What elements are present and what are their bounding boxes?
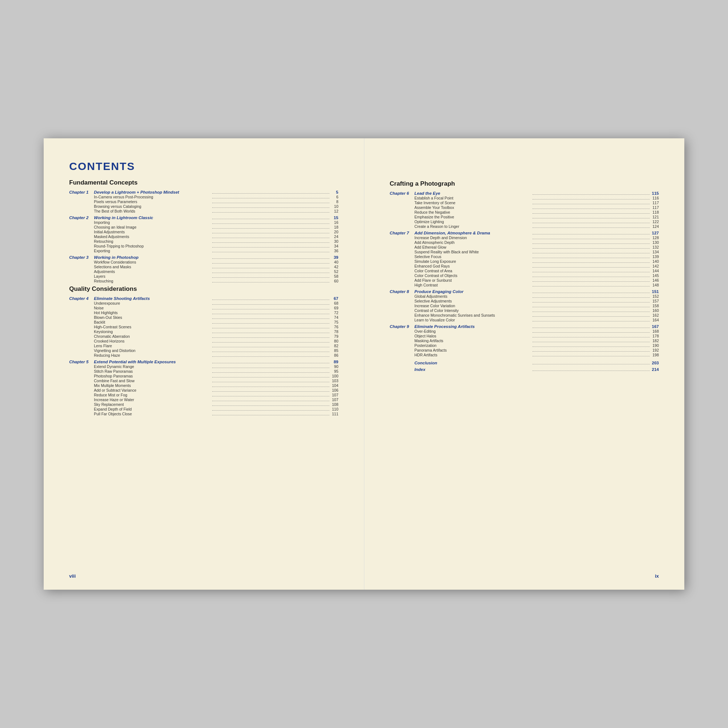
table-row: Combine Fast and Slow 103 (69, 379, 338, 383)
table-row: Browsing versus Cataloging 10 (69, 204, 338, 209)
chapter-2-label: Chapter 2 (69, 216, 94, 220)
chapter-6-title: Lead the Eye (414, 191, 532, 196)
table-row: High Contrast 148 (390, 283, 659, 287)
table-row: Create a Reason to Linger 124 (390, 224, 659, 229)
chapter-6-block: Chapter 6 Lead the Eye 115 Establish a F… (390, 191, 659, 229)
table-row: Photoshop Panoramas 100 (69, 374, 338, 378)
section-heading-fundamental: Fundamental Concepts (69, 179, 338, 187)
table-row: Increase Haze or Water 107 (69, 398, 338, 402)
table-row: Round-Tripping to Photoshop 34 (69, 244, 338, 248)
table-row: Selections and Masks 42 (69, 265, 338, 269)
table-row: Exporting 36 (69, 249, 338, 253)
chapter-1-entry: Chapter 1 Develop a Lightroom + Photosho… (69, 190, 338, 194)
table-row: Choosing an Ideal Image 18 (69, 225, 338, 229)
chapter-1-block: Chapter 1 Develop a Lightroom + Photosho… (69, 190, 338, 213)
table-row: Stitch Raw Panoramas 95 (69, 369, 338, 373)
table-row: Masking Artifacts 182 (390, 338, 659, 343)
conclusion-entry: Conclusion 203 (390, 361, 659, 365)
chapter-7-block: Chapter 7 Add Dimension, Atmosphere & Dr… (390, 231, 659, 287)
table-row: Retouching 30 (69, 239, 338, 243)
chapter-6-label: Chapter 6 (390, 191, 414, 196)
table-row: Add Atmospheric Depth 130 (390, 240, 659, 245)
table-row: Retouching 60 (69, 279, 338, 283)
table-row: High-Contrast Scenes 76 (69, 325, 338, 329)
chapter-2-block: Chapter 2 Working in Lightroom Classic 1… (69, 216, 338, 253)
table-row: Simulate Long Exposure 140 (390, 259, 659, 263)
table-row: Object Halos 178 (390, 334, 659, 338)
chapter-8-label: Chapter 8 (390, 289, 414, 294)
chapter-8-page: 151 (651, 289, 659, 294)
chapter-3-title: Working in Photoshop (94, 255, 211, 260)
table-row: Vignetting and Distortion 85 (69, 348, 338, 353)
chapter-9-title: Eliminate Processing Artifacts (414, 324, 532, 329)
chapter-4-entry: Chapter 4 Eliminate Shooting Artifacts 6… (69, 296, 338, 301)
table-row: Pixels versus Parameters 8 (69, 199, 338, 204)
table-row: Selective Adjustments 157 (390, 299, 659, 303)
table-row: Increase Depth and Dimension 128 (390, 236, 659, 240)
chapter-4-block: Chapter 4 Eliminate Shooting Artifacts 6… (69, 296, 338, 358)
table-row: Pull Far Objects Close 111 (69, 412, 338, 416)
table-row: In-Camera versus Post-Processing 6 (69, 195, 338, 199)
index-block: Index 214 (390, 367, 659, 372)
section-heading-quality: Quality Considerations (69, 285, 338, 293)
table-row: Reduce Mist or Fog 107 (69, 393, 338, 397)
table-row: Importing 16 (69, 220, 338, 225)
chapter-3-page: 39 (330, 255, 338, 260)
table-row: Reducing Haze 86 (69, 353, 338, 358)
table-row: Noise 69 (69, 306, 338, 310)
table-row: Assemble Your Toolbox 117 (390, 205, 659, 210)
index-entry: Index 214 (390, 367, 659, 372)
table-row: Suspend Reality with Black and White 134 (390, 250, 659, 254)
chapter-4-label: Chapter 4 (69, 296, 94, 301)
table-row: Mix Multiple Moments 104 (69, 383, 338, 388)
table-row: Initial Adjustments 20 (69, 230, 338, 234)
chapter-9-page: 167 (651, 324, 659, 329)
chapter-5-block: Chapter 5 Extend Potential with Multiple… (69, 359, 338, 416)
contents-title: CONTENTS (69, 160, 338, 173)
table-row: Global Adjustments 152 (390, 294, 659, 298)
table-row: Sky Replacement 108 (69, 402, 338, 407)
conclusion-title: Conclusion (414, 361, 532, 365)
chapter-8-entry: Chapter 8 Produce Engaging Color 151 (390, 289, 659, 294)
table-row: Underexposure 68 (69, 301, 338, 305)
page-number-right: ix (655, 573, 659, 579)
chapter-8-block: Chapter 8 Produce Engaging Color 151 Glo… (390, 289, 659, 322)
chapter-2-title: Working in Lightroom Classic (94, 216, 211, 220)
chapter-1-page: 5 (330, 190, 338, 194)
page-number-left: viii (69, 573, 76, 579)
table-row: Backlit 75 (69, 320, 338, 324)
index-title: Index (414, 367, 532, 372)
chapter-6-entry: Chapter 6 Lead the Eye 115 (390, 191, 659, 196)
conclusion-block: Conclusion 203 (390, 361, 659, 365)
table-row: The Best of Both Worlds 12 (69, 209, 338, 213)
table-row: Enhanced God Rays 142 (390, 264, 659, 268)
section-heading-crafting: Crafting a Photograph (390, 180, 659, 187)
table-row: Chromatic Aberration 79 (69, 334, 338, 338)
table-row: Add Flare or Sunburst 146 (390, 278, 659, 283)
table-row: Panorama Artifacts 192 (390, 348, 659, 352)
table-row: Optimize Lighting 122 (390, 219, 659, 224)
table-row: Add or Subtract Variance 106 (69, 388, 338, 392)
table-row: Emphasize the Positive 121 (390, 215, 659, 219)
book-spread: CONTENTS Fundamental Concepts Chapter 1 … (44, 138, 684, 590)
table-row: Lens Flare 82 (69, 344, 338, 348)
index-page: 214 (651, 367, 659, 372)
chapter-4-page: 67 (330, 296, 338, 301)
page-right: Crafting a Photograph Chapter 6 Lead the… (364, 138, 685, 590)
chapter-6-page: 115 (651, 191, 659, 196)
chapter-9-entry: Chapter 9 Eliminate Processing Artifacts… (390, 324, 659, 329)
table-row: Selective Focus 139 (390, 254, 659, 259)
chapter-3-label: Chapter 3 (69, 255, 94, 260)
chapter-5-label: Chapter 5 (69, 359, 94, 364)
table-row: Keystoning 78 (69, 329, 338, 334)
table-row: Workflow Considerations 40 (69, 260, 338, 264)
table-row: Adjustments 52 (69, 269, 338, 274)
chapter-3-entry: Chapter 3 Working in Photoshop 39 (69, 255, 338, 260)
chapter-9-block: Chapter 9 Eliminate Processing Artifacts… (390, 324, 659, 357)
table-row: Blown-Out Skies 74 (69, 315, 338, 320)
table-row: Expand Depth of Field 110 (69, 407, 338, 411)
chapter-8-title: Produce Engaging Color (414, 289, 532, 294)
table-row: Increase Color Variation 158 (390, 304, 659, 308)
chapter-7-page: 127 (651, 231, 659, 235)
table-row: Take Inventory of Scene 117 (390, 200, 659, 205)
